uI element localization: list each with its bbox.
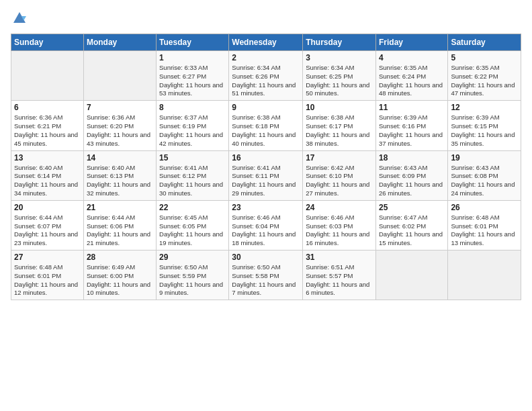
- day-number: 12: [451, 103, 518, 112]
- calendar-cell: 31Sunrise: 6:51 AM Sunset: 5:57 PM Dayli…: [303, 250, 376, 300]
- day-info: Sunrise: 6:36 AM Sunset: 6:20 PM Dayligh…: [87, 113, 153, 148]
- calendar-cell: 17Sunrise: 6:42 AM Sunset: 6:10 PM Dayli…: [303, 150, 376, 200]
- calendar-week-1: 1Sunrise: 6:33 AM Sunset: 6:27 PM Daylig…: [11, 51, 521, 101]
- calendar-cell: 1Sunrise: 6:33 AM Sunset: 6:27 PM Daylig…: [157, 51, 229, 101]
- calendar-cell: [83, 51, 156, 101]
- calendar-cell: [375, 250, 447, 300]
- day-info: Sunrise: 6:49 AM Sunset: 6:00 PM Dayligh…: [87, 263, 153, 298]
- calendar-cell: 23Sunrise: 6:46 AM Sunset: 6:04 PM Dayli…: [229, 200, 303, 250]
- calendar-cell: [448, 250, 521, 300]
- day-number: 17: [306, 153, 373, 163]
- calendar-cell: 30Sunrise: 6:50 AM Sunset: 5:58 PM Dayli…: [229, 250, 303, 300]
- calendar-cell: 15Sunrise: 6:41 AM Sunset: 6:12 PM Dayli…: [157, 150, 229, 200]
- day-number: 19: [451, 153, 518, 163]
- calendar-cell: 12Sunrise: 6:39 AM Sunset: 6:15 PM Dayli…: [448, 101, 521, 150]
- calendar-cell: [11, 51, 84, 101]
- weekday-header-row: SundayMondayTuesdayWednesdayThursdayFrid…: [11, 34, 521, 51]
- calendar-cell: 8Sunrise: 6:37 AM Sunset: 6:19 PM Daylig…: [157, 101, 229, 150]
- calendar-cell: 26Sunrise: 6:48 AM Sunset: 6:01 PM Dayli…: [448, 200, 521, 250]
- day-info: Sunrise: 6:33 AM Sunset: 6:27 PM Dayligh…: [159, 64, 226, 98]
- day-info: Sunrise: 6:50 AM Sunset: 5:58 PM Dayligh…: [232, 263, 300, 298]
- day-number: 31: [306, 253, 373, 262]
- day-info: Sunrise: 6:41 AM Sunset: 6:12 PM Dayligh…: [159, 164, 226, 198]
- day-info: Sunrise: 6:46 AM Sunset: 6:04 PM Dayligh…: [232, 214, 300, 248]
- day-info: Sunrise: 6:43 AM Sunset: 6:08 PM Dayligh…: [451, 164, 518, 198]
- day-info: Sunrise: 6:44 AM Sunset: 6:07 PM Dayligh…: [14, 214, 81, 248]
- calendar-cell: 24Sunrise: 6:46 AM Sunset: 6:03 PM Dayli…: [303, 200, 376, 250]
- calendar-cell: 11Sunrise: 6:39 AM Sunset: 6:16 PM Dayli…: [375, 101, 447, 150]
- weekday-header-saturday: Saturday: [448, 34, 521, 51]
- day-number: 22: [159, 203, 226, 212]
- weekday-header-thursday: Thursday: [303, 34, 376, 51]
- day-info: Sunrise: 6:44 AM Sunset: 6:06 PM Dayligh…: [87, 214, 153, 248]
- day-info: Sunrise: 6:42 AM Sunset: 6:10 PM Dayligh…: [306, 164, 373, 198]
- day-info: Sunrise: 6:45 AM Sunset: 6:05 PM Dayligh…: [159, 214, 226, 248]
- calendar-cell: 7Sunrise: 6:36 AM Sunset: 6:20 PM Daylig…: [83, 101, 156, 150]
- day-info: Sunrise: 6:35 AM Sunset: 6:22 PM Dayligh…: [451, 64, 518, 98]
- day-number: 25: [379, 203, 445, 212]
- day-info: Sunrise: 6:38 AM Sunset: 6:18 PM Dayligh…: [232, 113, 300, 148]
- day-number: 5: [451, 53, 518, 62]
- day-number: 26: [451, 203, 518, 212]
- calendar-cell: 18Sunrise: 6:43 AM Sunset: 6:09 PM Dayli…: [375, 150, 447, 200]
- calendar-cell: 20Sunrise: 6:44 AM Sunset: 6:07 PM Dayli…: [11, 200, 84, 250]
- calendar-cell: 22Sunrise: 6:45 AM Sunset: 6:05 PM Dayli…: [157, 200, 229, 250]
- page-header: [11, 11, 521, 26]
- calendar-cell: 28Sunrise: 6:49 AM Sunset: 6:00 PM Dayli…: [83, 250, 156, 300]
- calendar-cell: 25Sunrise: 6:47 AM Sunset: 6:02 PM Dayli…: [375, 200, 447, 250]
- calendar-cell: 5Sunrise: 6:35 AM Sunset: 6:22 PM Daylig…: [448, 51, 521, 101]
- calendar-week-2: 6Sunrise: 6:36 AM Sunset: 6:21 PM Daylig…: [11, 101, 521, 150]
- day-number: 27: [14, 253, 81, 262]
- day-info: Sunrise: 6:40 AM Sunset: 6:13 PM Dayligh…: [87, 164, 153, 198]
- day-number: 9: [232, 103, 300, 112]
- calendar-cell: 14Sunrise: 6:40 AM Sunset: 6:13 PM Dayli…: [83, 150, 156, 200]
- calendar-cell: 2Sunrise: 6:34 AM Sunset: 6:26 PM Daylig…: [229, 51, 303, 101]
- day-number: 3: [306, 53, 373, 62]
- day-number: 14: [87, 153, 153, 163]
- day-number: 15: [159, 153, 226, 163]
- calendar-cell: 16Sunrise: 6:41 AM Sunset: 6:11 PM Dayli…: [229, 150, 303, 200]
- calendar-cell: 27Sunrise: 6:48 AM Sunset: 6:01 PM Dayli…: [11, 250, 84, 300]
- day-number: 30: [232, 253, 300, 262]
- calendar-cell: 19Sunrise: 6:43 AM Sunset: 6:08 PM Dayli…: [448, 150, 521, 200]
- day-info: Sunrise: 6:37 AM Sunset: 6:19 PM Dayligh…: [159, 113, 226, 148]
- day-number: 29: [159, 253, 226, 262]
- day-number: 28: [87, 253, 153, 262]
- day-number: 10: [306, 103, 373, 112]
- calendar-cell: 4Sunrise: 6:35 AM Sunset: 6:24 PM Daylig…: [375, 51, 447, 101]
- calendar-cell: 9Sunrise: 6:38 AM Sunset: 6:18 PM Daylig…: [229, 101, 303, 150]
- day-info: Sunrise: 6:39 AM Sunset: 6:16 PM Dayligh…: [379, 113, 445, 148]
- day-number: 23: [232, 203, 300, 212]
- day-info: Sunrise: 6:36 AM Sunset: 6:21 PM Dayligh…: [14, 113, 81, 148]
- weekday-header-sunday: Sunday: [11, 34, 84, 51]
- day-info: Sunrise: 6:40 AM Sunset: 6:14 PM Dayligh…: [14, 164, 81, 198]
- day-info: Sunrise: 6:34 AM Sunset: 6:25 PM Dayligh…: [306, 64, 373, 98]
- day-number: 21: [87, 203, 153, 212]
- day-info: Sunrise: 6:48 AM Sunset: 6:01 PM Dayligh…: [14, 263, 81, 298]
- calendar-week-3: 13Sunrise: 6:40 AM Sunset: 6:14 PM Dayli…: [11, 150, 521, 200]
- calendar-cell: 13Sunrise: 6:40 AM Sunset: 6:14 PM Dayli…: [11, 150, 84, 200]
- day-info: Sunrise: 6:48 AM Sunset: 6:01 PM Dayligh…: [451, 214, 518, 248]
- day-info: Sunrise: 6:51 AM Sunset: 5:57 PM Dayligh…: [306, 263, 373, 298]
- day-number: 8: [159, 103, 226, 112]
- day-number: 7: [87, 103, 153, 112]
- weekday-header-friday: Friday: [375, 34, 447, 51]
- day-number: 2: [232, 53, 300, 62]
- day-info: Sunrise: 6:41 AM Sunset: 6:11 PM Dayligh…: [232, 164, 300, 198]
- day-info: Sunrise: 6:34 AM Sunset: 6:26 PM Dayligh…: [232, 64, 300, 98]
- day-number: 4: [379, 53, 445, 62]
- day-number: 11: [379, 103, 445, 112]
- day-info: Sunrise: 6:46 AM Sunset: 6:03 PM Dayligh…: [306, 214, 373, 248]
- weekday-header-tuesday: Tuesday: [157, 34, 229, 51]
- day-info: Sunrise: 6:39 AM Sunset: 6:15 PM Dayligh…: [451, 113, 518, 148]
- weekday-header-monday: Monday: [83, 34, 156, 51]
- calendar-week-5: 27Sunrise: 6:48 AM Sunset: 6:01 PM Dayli…: [11, 250, 521, 300]
- day-info: Sunrise: 6:38 AM Sunset: 6:17 PM Dayligh…: [306, 113, 373, 148]
- day-number: 20: [14, 203, 81, 212]
- calendar-cell: 21Sunrise: 6:44 AM Sunset: 6:06 PM Dayli…: [83, 200, 156, 250]
- day-info: Sunrise: 6:35 AM Sunset: 6:24 PM Dayligh…: [379, 64, 445, 98]
- day-number: 1: [159, 53, 226, 62]
- day-info: Sunrise: 6:50 AM Sunset: 5:59 PM Dayligh…: [159, 263, 226, 298]
- day-info: Sunrise: 6:47 AM Sunset: 6:02 PM Dayligh…: [379, 214, 445, 248]
- calendar-table: SundayMondayTuesdayWednesdayThursdayFrid…: [11, 34, 521, 300]
